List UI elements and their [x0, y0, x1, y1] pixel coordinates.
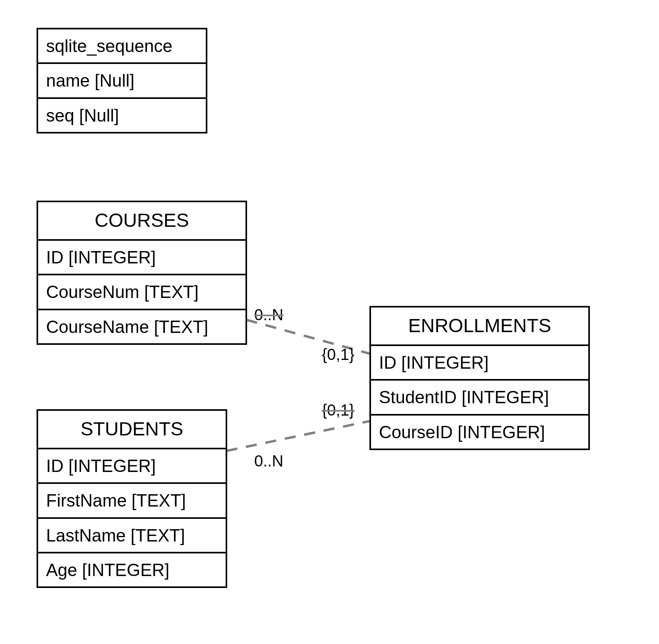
entity-field: ID [INTEGER] — [371, 346, 588, 381]
entity-field: CourseID [INTEGER] — [371, 416, 588, 449]
entity-students: STUDENTS ID [INTEGER] FirstName [TEXT] L… — [37, 409, 227, 588]
entity-title: STUDENTS — [38, 411, 226, 449]
relation-line-students-enrollments — [226, 421, 369, 451]
entity-field: ID [INTEGER] — [38, 449, 226, 484]
entity-enrollments: ENROLLMENTS ID [INTEGER] StudentID [INTE… — [369, 306, 590, 450]
entity-field: name [Null] — [38, 64, 206, 99]
entity-field: Age [INTEGER] — [38, 553, 226, 586]
entity-title: sqlite_sequence — [38, 29, 206, 64]
entity-field: CourseName [TEXT] — [38, 310, 245, 343]
cardinality-label: 0..N — [254, 306, 283, 324]
entity-field: LastName [TEXT] — [38, 519, 226, 553]
entity-title: ENROLLMENTS — [371, 307, 588, 346]
cardinality-label: {0,1} — [322, 346, 354, 364]
entity-field: ID [INTEGER] — [38, 241, 245, 275]
entity-sqlite-sequence: sqlite_sequence name [Null] seq [Null] — [37, 28, 207, 133]
entity-field: FirstName [TEXT] — [38, 484, 226, 518]
entity-field: CourseNum [TEXT] — [38, 275, 245, 310]
entity-title: COURSES — [38, 202, 245, 241]
entity-courses: COURSES ID [INTEGER] CourseNum [TEXT] Co… — [37, 201, 247, 345]
entity-field: StudentID [INTEGER] — [371, 381, 588, 415]
entity-field: seq [Null] — [38, 99, 206, 132]
cardinality-label: 0..N — [254, 452, 283, 470]
cardinality-label: {0,1} — [322, 401, 354, 419]
er-diagram-canvas: sqlite_sequence name [Null] seq [Null] C… — [0, 0, 659, 644]
